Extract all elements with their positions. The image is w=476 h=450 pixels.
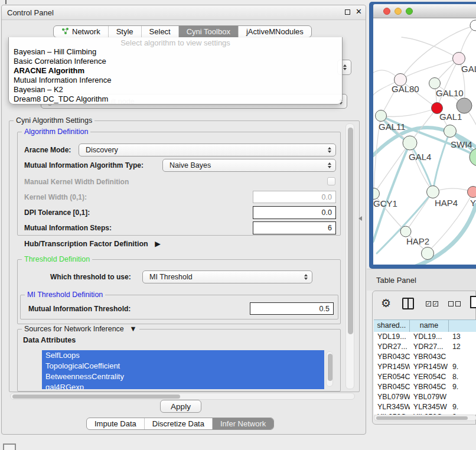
table-header-row: shared...name (374, 319, 476, 333)
tab-impute-data[interactable]: Impute Data (87, 418, 144, 429)
network-node-salmon[interactable] (468, 187, 476, 198)
mac-minimize-icon[interactable] (395, 8, 402, 15)
network-node-gal4[interactable] (403, 136, 417, 150)
mi-steps-input[interactable]: 6 (253, 221, 336, 234)
table-panel-bar: Table Panel (367, 269, 476, 291)
network-node-gal2[interactable] (453, 53, 465, 65)
mac-zoom-icon[interactable] (406, 8, 413, 15)
mac-close-icon[interactable] (383, 8, 390, 15)
close-icon[interactable]: ✕ (356, 7, 362, 16)
mi-threshold-group-title: MI Threshold Definition (25, 291, 105, 299)
table-cell: YPR145W (374, 362, 410, 372)
tab-select[interactable]: Select (141, 26, 178, 37)
table-panel-title: Table Panel (376, 276, 416, 285)
table-row[interactable]: YBR043CYBR043C (374, 352, 476, 362)
table-column-header[interactable] (449, 320, 476, 332)
network-node-gcy1[interactable] (373, 188, 380, 200)
unchecked-checkbox-icon[interactable] (455, 301, 461, 306)
tab-cyni-toolbox[interactable]: Cyni Toolbox (178, 26, 238, 37)
table-horizontal-scrollbar[interactable] (374, 415, 476, 421)
attributes-vertical-scrollbar[interactable] (326, 351, 333, 387)
apply-button[interactable]: Apply (160, 400, 201, 413)
network-node-label: GAL11 (379, 122, 406, 132)
table-row[interactable]: YDR27...YDR27...12 (374, 342, 476, 352)
tab-infer-network[interactable]: Infer Network (212, 418, 273, 429)
gear-icon[interactable]: ⚙ (381, 296, 391, 310)
network-node-label: GAL10 (436, 88, 464, 98)
table-row[interactable]: YBR045CYBR045C9. (374, 382, 476, 392)
sources-group-title[interactable]: Sources for Network Inference ▼ (22, 325, 139, 333)
algorithm-option[interactable]: Bayesian – Hill Climbing (9, 47, 342, 57)
algorithm-option[interactable]: Mutual Information Inference (9, 76, 342, 85)
algorithm-option[interactable]: Bayesian – K2 (9, 85, 342, 94)
mi-threshold-input[interactable]: 0.5 (250, 302, 334, 315)
algorithm-option[interactable]: Basic Correlation Inference (9, 57, 342, 66)
table-cell (449, 352, 476, 362)
settings-vertical-scrollbar[interactable] (345, 123, 354, 389)
network-edge (381, 108, 437, 117)
table-row[interactable]: YDL19...YDL19...13 (374, 332, 476, 342)
tab-label: Style (116, 27, 133, 36)
network-node-green-mid[interactable] (444, 125, 457, 138)
hub-definition-expander[interactable]: Hub/Transcription Factor Definition ▶ (24, 239, 161, 248)
mi-threshold-value: 0.5 (319, 305, 330, 313)
manual-kernel-width-checkbox[interactable] (327, 177, 335, 185)
mi-steps-value: 6 (328, 224, 332, 232)
tab-label: jActiveMNodules (246, 27, 304, 36)
table-cell: YER054C (410, 372, 449, 382)
tab-style[interactable]: Style (108, 26, 141, 37)
kernel-width-input[interactable]: 0.0 (253, 191, 336, 203)
splitter-collapse-icon[interactable] (358, 216, 362, 221)
network-node-hap4[interactable] (427, 186, 439, 198)
network-node-gal10[interactable] (429, 78, 441, 89)
network-node-top-cut[interactable] (470, 20, 476, 31)
algorithm-option[interactable]: Dream8 DC_TDC Algorithm (9, 94, 342, 104)
columns-icon[interactable] (402, 298, 414, 309)
table-cell: 9. (449, 402, 476, 412)
control-panel-tab-bar: NetworkStyleSelectCyni ToolboxjActiveMNo… (53, 25, 312, 38)
table-row[interactable]: YPR145WYPR145W9. (374, 362, 476, 372)
table-column-header[interactable]: name (410, 320, 449, 332)
dpi-tolerance-input[interactable]: 0.0 (253, 206, 336, 219)
network-node-hap2[interactable] (400, 226, 411, 237)
attribute-item[interactable]: BetweennessCentrality (42, 371, 324, 382)
tab-discretize-data[interactable]: Discretize Data (144, 418, 212, 429)
network-node-swi4[interactable] (470, 148, 476, 166)
network-canvas[interactable]: GALGAL80GAL10GAL1GAL11SWI4GAL4GCY1HAP4YH… (373, 18, 476, 265)
unchecked-checkbox-icon[interactable] (448, 301, 454, 306)
minimized-panel-icon[interactable] (3, 444, 16, 450)
attribute-item[interactable]: gal4RGexp (42, 382, 324, 389)
which-threshold-combobox[interactable]: MI Threshold (142, 270, 312, 283)
network-edge (409, 205, 476, 265)
document-icon[interactable] (470, 296, 476, 308)
table-column-header[interactable]: shared... (374, 320, 410, 332)
table-cell: YBR043C (410, 352, 449, 362)
aracne-mode-combobox[interactable]: Discovery (79, 144, 336, 156)
tab-network[interactable]: Network (54, 26, 108, 37)
table-row[interactable]: YBL079WYBL079W (374, 392, 476, 402)
dpi-tolerance-value: 0.0 (322, 208, 332, 217)
network-node-bottom[interactable] (422, 247, 434, 260)
sources-title-text: Sources for Network Inference (24, 325, 124, 333)
table-row[interactable]: YER054CYER054C8. (374, 372, 476, 382)
checked-checkbox-icon[interactable]: ✓ (433, 301, 438, 306)
dpi-tolerance-label: DPI Tolerance [0,1]: (24, 208, 90, 217)
data-attributes-label: Data Attributes (23, 336, 76, 344)
attribute-item[interactable]: TopologicalCoefficient (42, 361, 324, 371)
checked-checkbox-icon[interactable]: ✓ (426, 301, 431, 306)
algorithm-option[interactable]: ARACNE Algorithm (9, 66, 342, 76)
expand-right-icon: ▶ (155, 240, 161, 248)
network-node-label: GAL80 (392, 84, 419, 94)
mi-algorithm-type-combobox[interactable]: Naive Bayes (162, 159, 336, 172)
desktop: Control Panel ✕ NetworkStyleSelectCyni T… (0, 0, 476, 450)
threshold-definition-title: Threshold Definition (22, 255, 92, 263)
stepper-icon (328, 162, 331, 168)
network-edge (410, 143, 433, 192)
table-row[interactable]: YLR345WYLR345W9. (374, 402, 476, 412)
settings-horizontal-scrollbar[interactable] (10, 393, 355, 400)
network-node-gal11[interactable] (376, 110, 387, 122)
tab-jactivemnodules[interactable]: jActiveMNodules (238, 26, 311, 37)
window-title: Control Panel (7, 8, 54, 17)
float-window-icon[interactable] (345, 9, 350, 15)
attribute-item[interactable]: SelfLoops (42, 350, 324, 361)
